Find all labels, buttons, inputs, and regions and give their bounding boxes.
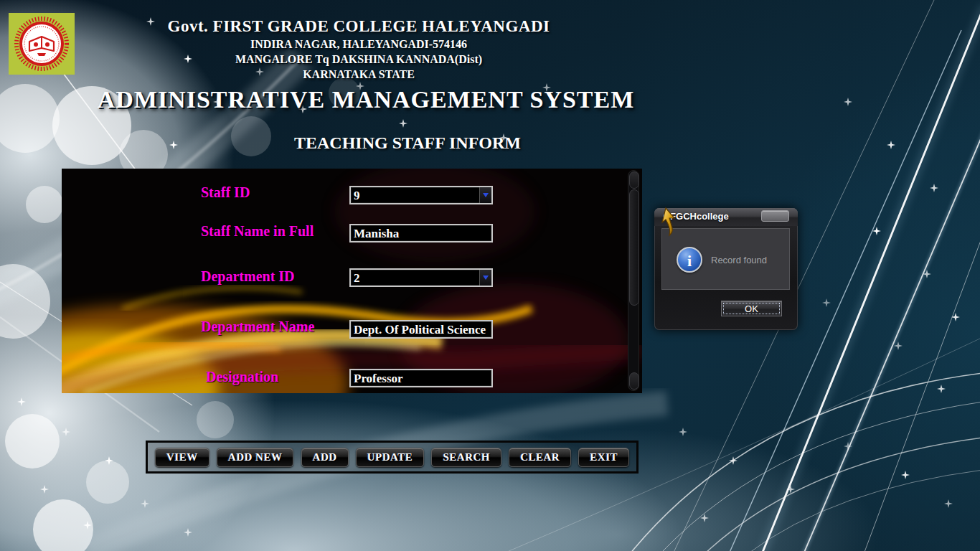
ok-button[interactable]: OK xyxy=(721,301,782,316)
dropdown-arrow-icon xyxy=(483,193,489,197)
view-button[interactable]: VIEW xyxy=(155,448,209,467)
department-name-label: Department Name xyxy=(201,319,314,335)
staff-id-value: 9 xyxy=(351,187,479,203)
staff-name-label: Staff Name in Full xyxy=(201,223,314,240)
staff-form-panel: Staff ID 9 Staff Name in Full Manisha De… xyxy=(62,169,642,393)
dialog-title: GFGCHcollege xyxy=(663,211,729,222)
department-id-value: 2 xyxy=(351,270,479,286)
staff-id-combobox[interactable]: 9 xyxy=(349,186,493,204)
department-id-combobox[interactable]: 2 xyxy=(349,268,493,287)
desktop-screen: Govt. FIRST GRADE COLLEGE HALEYANGADI IN… xyxy=(0,0,980,551)
staff-name-field[interactable]: Manisha xyxy=(349,224,493,242)
designation-field[interactable]: Professor xyxy=(349,369,493,387)
department-name-field[interactable]: Dept. Of Political Science xyxy=(349,320,493,339)
department-id-label: Department ID xyxy=(201,268,295,285)
form-title: TEACHING STAFF INFORM xyxy=(294,133,536,154)
record-found-dialog: GFGCHcollege i Record found OK xyxy=(654,208,798,330)
dropdown-arrow-icon xyxy=(483,276,489,280)
update-button[interactable]: UPDATE xyxy=(356,448,425,467)
info-icon: i xyxy=(677,247,702,273)
address-line-1: INDIRA NAGAR, HALEYANGADI-574146 xyxy=(79,38,639,51)
action-toolbar: VIEW ADD NEW ADD UPDATE SEARCH CLEAR EXI… xyxy=(146,441,639,474)
designation-label: Designation xyxy=(206,369,278,385)
scrollbar-down-button[interactable] xyxy=(629,372,639,390)
add-button[interactable]: ADD xyxy=(301,448,349,467)
close-button[interactable] xyxy=(761,210,789,222)
dialog-message: Record found xyxy=(711,255,767,265)
add-new-button[interactable]: ADD NEW xyxy=(217,448,294,467)
address-line-3: KARNATAKA STATE xyxy=(79,68,639,81)
college-header: Govt. FIRST GRADE COLLEGE HALEYANGADI IN… xyxy=(79,17,639,81)
exit-button[interactable]: EXIT xyxy=(578,448,629,467)
scrollbar-thumb[interactable] xyxy=(629,189,639,306)
search-button[interactable]: SEARCH xyxy=(431,448,501,467)
department-id-dropdown-button[interactable] xyxy=(479,270,491,286)
form-scrollbar[interactable] xyxy=(628,170,639,391)
staff-id-label: Staff ID xyxy=(201,184,250,201)
college-name: Govt. FIRST GRADE COLLEGE HALEYANGADI xyxy=(79,17,639,36)
dialog-titlebar[interactable]: GFGCHcollege xyxy=(654,208,798,226)
clear-button[interactable]: CLEAR xyxy=(509,448,571,467)
college-logo xyxy=(9,13,75,75)
dialog-content: i Record found xyxy=(661,228,790,290)
system-title: ADMINISTRATIVE MANAGEMENT SYSTEM xyxy=(0,86,732,113)
staff-id-dropdown-button[interactable] xyxy=(479,187,491,203)
scrollbar-up-button[interactable] xyxy=(629,171,639,189)
address-line-2: MANGALORE Tq DAKSHINA KANNADA(Dist) xyxy=(79,53,639,66)
